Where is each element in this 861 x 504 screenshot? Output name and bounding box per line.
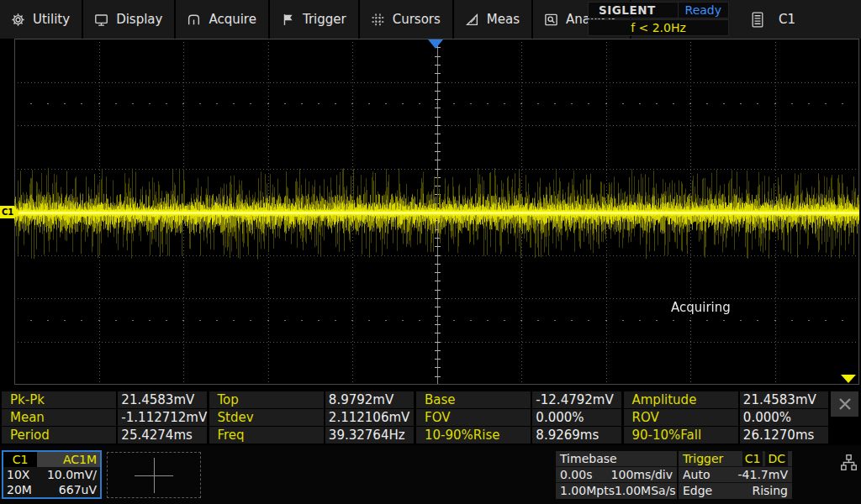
measurement-cell: 90-10%Fall 26.1270ms (624, 427, 829, 444)
measurement-cell: Top 8.9792mV (209, 391, 415, 408)
timebase-delay: 0.00s (560, 467, 592, 482)
measurement-value: 8.9269ms (532, 427, 621, 444)
measurement-value: -1.112712mV (118, 409, 207, 426)
trigger-type: Edge (683, 483, 712, 498)
menu-label: Meas (487, 12, 520, 27)
measurement-label: Pk-Pk (2, 391, 116, 408)
channel-scale: 10.0mV/ (47, 468, 97, 481)
timebase-descriptor-box[interactable]: Timebase 0.00s 100ms/div 1.00Mpts 1.00MS… (556, 451, 677, 499)
channel-list-button[interactable]: C1 (743, 0, 804, 39)
measurement-label: Amplitude (624, 391, 738, 408)
oscilloscope-screen: Utility Display Acquire (0, 0, 861, 504)
acquire-icon (187, 13, 201, 27)
measurement-value: 26.1270ms (740, 427, 828, 444)
trigger-position-marker[interactable] (428, 39, 443, 49)
acquiring-status-text: Acquiring (671, 300, 731, 315)
brand-logo: SIGLENT (589, 3, 678, 17)
waveform-display[interactable] (14, 39, 859, 385)
measurement-label: FOV (416, 409, 531, 426)
menu-label: Cursors (393, 12, 441, 27)
channel-marker-arrow-icon (14, 207, 19, 218)
menu-item-utility[interactable]: Utility (0, 0, 83, 39)
measurement-value: 2.112106mV (325, 409, 414, 426)
measurement-value: 8.9792mV (325, 391, 414, 408)
menu-item-cursors[interactable]: Cursors (360, 0, 454, 39)
bottom-status-bar: C1 AC1M 10X 10.0mV/ 20M 667uV Timebase 0… (0, 445, 861, 504)
menu-label: Acquire (209, 12, 256, 27)
measurement-column: Base -12.4792mV FOV 0.000% 10-90%Rise 8.… (416, 391, 621, 444)
trigger-mode: Auto (683, 467, 710, 482)
menu-label: Trigger (303, 12, 346, 27)
add-channel-button[interactable] (107, 452, 201, 498)
measurement-cell: Base -12.4792mV (416, 391, 621, 408)
measurement-column: Top 8.9792mV Stdev 2.112106mV Freq 39.32… (209, 391, 415, 444)
measurement-value: 25.4274ms (118, 427, 206, 444)
display-icon (94, 13, 108, 27)
timebase-samplerate: 1.00MSa/s (615, 483, 676, 498)
measurement-label: Top (209, 391, 324, 408)
channel-marker-label: C1 (0, 206, 14, 218)
measurement-cell: FOV 0.000% (416, 409, 621, 426)
measurement-cell: 10-90%Rise 8.9269ms (416, 427, 621, 444)
plus-icon (154, 458, 155, 493)
measurement-cell: Period 25.4274ms (2, 427, 207, 444)
measurement-cell: ROV 0.000% (624, 409, 829, 426)
measurement-value: 39.32764Hz (325, 427, 414, 444)
measurement-value: 21.4583mV (118, 391, 206, 408)
analysis-icon (544, 13, 558, 27)
measurement-value: 0.000% (532, 409, 621, 426)
channel-offset: 667uV (59, 483, 97, 496)
measurement-cell: Pk-Pk 21.4583mV (2, 391, 207, 408)
channel-list-icon (752, 12, 763, 28)
active-channel-label: C1 (779, 12, 795, 27)
menu-item-trigger[interactable]: Trigger (270, 0, 360, 39)
trigger-level-marker[interactable] (841, 375, 856, 383)
menu-label: Display (116, 12, 162, 27)
measurement-cell: Mean -1.112712mV (2, 409, 207, 426)
status-panel: SIGLENT Ready f < 2.0Hz (588, 2, 729, 37)
close-icon (837, 396, 853, 412)
channel1-descriptor-box[interactable]: C1 AC1M 10X 10.0mV/ 20M 667uV (2, 450, 102, 499)
close-measurements-button[interactable] (831, 391, 858, 417)
measurement-column: Amplitude 21.4583mV ROV 0.000% 90-10%Fal… (624, 391, 829, 444)
menu-bar: Utility Display Acquire (0, 0, 861, 39)
channel-probe: 10X (7, 468, 29, 481)
measurement-label: 90-10%Fall (624, 427, 738, 444)
measurement-label: Period (2, 427, 116, 444)
channel-coupling: AC1M (37, 452, 100, 467)
trigger-source: C1 (742, 451, 763, 466)
network-icon[interactable] (841, 454, 857, 474)
channel-name: C1 (3, 452, 37, 467)
trigger-slope: Rising (752, 483, 788, 498)
measurement-value: 0.000% (740, 409, 828, 426)
gear-icon (11, 13, 25, 27)
menu-item-meas[interactable]: Meas (454, 0, 533, 39)
measurement-label: Stdev (209, 409, 324, 426)
measurement-column: Pk-Pk 21.4583mV Mean -1.112712mV Period … (2, 391, 207, 444)
acquisition-status: Ready (678, 3, 728, 18)
measurement-label: ROV (624, 409, 738, 426)
trigger-title: Trigger (683, 451, 723, 466)
channel-offset-marker[interactable]: C1 (0, 206, 19, 218)
channel-bandwidth: 20M (7, 483, 32, 496)
menu-item-display[interactable]: Display (83, 0, 176, 39)
trigger-coupling: DC (765, 451, 788, 466)
measurement-cell: Amplitude 21.4583mV (624, 391, 829, 408)
trigger-descriptor-box[interactable]: Trigger C1 DC Auto -41.7mV Edge Rising (679, 451, 792, 499)
timebase-title: Timebase (560, 451, 617, 466)
frequency-counter: f < 2.0Hz (631, 21, 686, 34)
measurement-value: 21.4583mV (740, 391, 828, 408)
timebase-points: 1.00Mpts (560, 483, 615, 498)
menu-item-acquire[interactable]: Acquire (176, 0, 270, 39)
timebase-scale: 100ms/div (611, 467, 673, 482)
measurement-label: Freq (209, 427, 324, 444)
measurement-label: Base (416, 391, 531, 408)
measurement-label: 10-90%Rise (416, 427, 531, 444)
measurement-cell: Freq 39.32764Hz (209, 427, 415, 444)
measure-icon (465, 13, 479, 27)
flag-icon (281, 13, 295, 27)
trigger-level: -41.7mV (738, 467, 788, 482)
menu-label: Utility (33, 12, 70, 27)
measurement-value: -12.4792mV (532, 391, 621, 408)
measurement-label: Mean (2, 409, 116, 426)
